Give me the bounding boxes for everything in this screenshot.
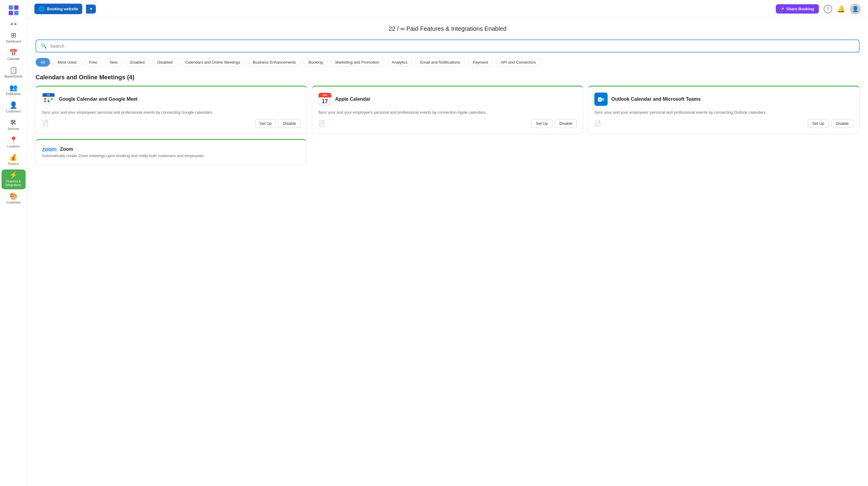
avatar-placeholder: 👤 bbox=[852, 6, 859, 12]
sidebar-item-services[interactable]: 🛠 Services bbox=[1, 117, 26, 133]
filter-pill-most-used[interactable]: Most Used bbox=[53, 58, 82, 67]
filter-row: AllMost UsedFreeNewEnabledDisabledCalend… bbox=[36, 58, 860, 67]
customers-icon: 👤 bbox=[9, 102, 18, 109]
filter-pill-calendars[interactable]: Calendars and Online Meetings bbox=[180, 58, 245, 67]
sidebar-item-finance[interactable]: 💰 Finance bbox=[1, 152, 26, 168]
booking-website-label: Booking website bbox=[47, 7, 78, 11]
doc-icon[interactable]: 📄 bbox=[42, 120, 49, 127]
sidebar-label-calendar: Calendar bbox=[7, 57, 20, 61]
disable-button[interactable]: Disable bbox=[555, 119, 577, 128]
sidebar-item-customers[interactable]: 👤 Customers bbox=[1, 99, 26, 116]
main-area: 🌐 Booking website ▼ ↗ Share Booking ? 🔔 … bbox=[27, 0, 868, 486]
sidebar-item-calendar[interactable]: 📅 Calendar bbox=[1, 47, 26, 63]
sidebar-label-customers: Customers bbox=[6, 110, 21, 113]
svg-rect-1 bbox=[14, 5, 18, 10]
filter-pill-marketing[interactable]: Marketing and Promotion bbox=[330, 58, 384, 67]
filter-pill-new[interactable]: New bbox=[104, 58, 123, 67]
outlook-logo: O bbox=[594, 93, 608, 106]
filter-pill-booking[interactable]: Booking bbox=[304, 58, 328, 67]
sidebar-item-customize[interactable]: 🎨 Customize bbox=[1, 190, 26, 207]
filter-pill-disabled[interactable]: Disabled bbox=[152, 58, 178, 67]
customize-icon: 🎨 bbox=[9, 193, 18, 200]
employees-icon: 👥 bbox=[9, 84, 18, 91]
sidebar-label-customize: Customize bbox=[6, 201, 21, 204]
card-footer: 📄 Set Up Disable bbox=[594, 119, 853, 128]
booking-website-button[interactable]: 🌐 Booking website bbox=[34, 4, 82, 14]
avatar[interactable]: 👤 bbox=[850, 4, 861, 14]
doc-icon[interactable]: 📄 bbox=[594, 120, 601, 127]
filter-pill-business[interactable]: Business Enhancements bbox=[248, 58, 301, 67]
card-description: Sync your and your employees' personal a… bbox=[42, 110, 301, 116]
sidebar-item-locations[interactable]: 📍 Locations bbox=[1, 134, 26, 151]
zoom-description: Automatically create Zoom meetings upon … bbox=[42, 153, 300, 159]
filter-pill-payment[interactable]: Payment bbox=[467, 58, 493, 67]
sidebar: ◀ ▶ ⊞ Dashboard 📅 Calendar 📋 Appointment… bbox=[0, 0, 27, 486]
svg-rect-10 bbox=[48, 100, 50, 102]
svg-rect-7 bbox=[44, 98, 46, 100]
svg-rect-11 bbox=[51, 98, 53, 100]
section-title: Calendars and Online Meetings (4) bbox=[36, 74, 860, 81]
features-description: Paid Features & Integrations Enabled bbox=[406, 25, 506, 32]
features-stats-header: 22 / ∞ Paid Features & Integrations Enab… bbox=[36, 25, 860, 32]
setup-button[interactable]: Set Up bbox=[531, 119, 553, 128]
appointments-icon: 📋 bbox=[9, 67, 18, 73]
nav-arrows[interactable]: ◀ ▶ bbox=[10, 22, 17, 26]
svg-rect-8 bbox=[44, 100, 46, 102]
sidebar-label-employees: Employees bbox=[6, 92, 21, 96]
filter-pill-email[interactable]: Email and Notifications bbox=[415, 58, 465, 67]
card-actions: Set Up Disable bbox=[255, 119, 301, 128]
card-header: 31 Google Calendar and Google Meet bbox=[42, 93, 301, 106]
topbar-right: ↗ Share Booking ? 🔔 👤 bbox=[776, 4, 861, 14]
features-infinity: ∞ bbox=[400, 25, 404, 32]
card-actions: Set Up Disable bbox=[531, 119, 577, 128]
setup-button[interactable]: Set Up bbox=[808, 119, 829, 128]
sidebar-label-appointments: Appointments bbox=[4, 75, 23, 79]
filter-pill-api[interactable]: API and Connectors bbox=[496, 58, 541, 67]
filter-pill-enabled[interactable]: Enabled bbox=[125, 58, 150, 67]
search-input[interactable] bbox=[50, 43, 854, 49]
card-apple-calendar: JUL 17 Apple Calendar Sync your and your… bbox=[312, 86, 584, 134]
doc-icon[interactable]: 📄 bbox=[318, 120, 325, 127]
dashboard-icon: ⊞ bbox=[11, 32, 16, 39]
filter-pill-all[interactable]: All bbox=[36, 58, 50, 67]
help-icon: ? bbox=[824, 5, 832, 13]
search-bar: 🔍 bbox=[36, 39, 860, 53]
card-header: O Outlook Calendar and Microsoft Teams bbox=[594, 93, 853, 106]
zoom-title: Zoom bbox=[60, 147, 73, 152]
svg-text:O: O bbox=[599, 99, 601, 101]
topbar-left: 🌐 Booking website ▼ bbox=[34, 4, 96, 14]
booking-website-dropdown[interactable]: ▼ bbox=[86, 4, 96, 13]
zoom-logo: zoom bbox=[42, 146, 56, 153]
cards-grid: 31 Google Calendar and Google Meet Sync … bbox=[36, 86, 860, 134]
filter-pill-analytics[interactable]: Analytics bbox=[387, 58, 412, 67]
disable-button[interactable]: Disable bbox=[278, 119, 301, 128]
app-logo bbox=[7, 4, 20, 17]
disable-button[interactable]: Disable bbox=[831, 119, 853, 128]
topbar: 🌐 Booking website ▼ ↗ Share Booking ? 🔔 … bbox=[27, 0, 868, 18]
sidebar-label-dashboard: Dashboard bbox=[6, 40, 21, 43]
share-booking-button[interactable]: ↗ Share Booking bbox=[776, 4, 819, 13]
setup-button[interactable]: Set Up bbox=[255, 119, 276, 128]
finance-icon: 💰 bbox=[9, 154, 18, 161]
filter-pill-free[interactable]: Free bbox=[84, 58, 102, 67]
features-icon: ⚡ bbox=[9, 172, 18, 179]
sidebar-item-employees[interactable]: 👥 Employees bbox=[1, 82, 26, 98]
help-button[interactable]: ? bbox=[824, 5, 832, 13]
card-google-calendar: 31 Google Calendar and Google Meet Sync … bbox=[36, 86, 307, 134]
svg-rect-2 bbox=[8, 11, 13, 15]
share-booking-label: Share Booking bbox=[786, 7, 814, 11]
nav-arrow-left[interactable]: ◀ bbox=[10, 22, 13, 26]
nav-arrow-right[interactable]: ▶ bbox=[14, 22, 17, 26]
svg-rect-16 bbox=[601, 98, 604, 101]
apple-cal-logo: JUL 17 bbox=[318, 93, 332, 106]
card-footer: 📄 Set Up Disable bbox=[318, 119, 577, 128]
features-separator: / bbox=[397, 25, 400, 32]
sidebar-item-features[interactable]: ⚡ Features & Integrations bbox=[1, 170, 26, 189]
notifications-button[interactable]: 🔔 bbox=[837, 5, 845, 13]
zoom-card: zoom Zoom Automatically create Zoom meet… bbox=[36, 139, 307, 165]
sidebar-item-dashboard[interactable]: ⊞ Dashboard bbox=[1, 30, 26, 46]
card-header: JUL 17 Apple Calendar bbox=[318, 93, 577, 106]
sidebar-item-appointments[interactable]: 📋 Appointments bbox=[1, 64, 26, 81]
features-count: 22 bbox=[389, 25, 395, 32]
share-icon: ↗ bbox=[781, 7, 784, 11]
